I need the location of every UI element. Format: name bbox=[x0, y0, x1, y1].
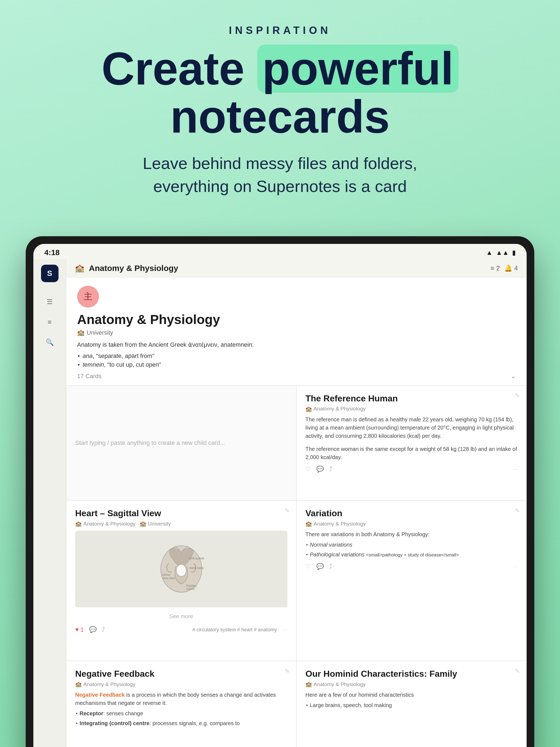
negative-feedback-meta: 🏫 Anatomy & Physiology bbox=[75, 681, 287, 687]
reference-human-more-icon[interactable]: ··· bbox=[513, 466, 518, 473]
reference-human-title: The Reference Human bbox=[305, 393, 518, 404]
hominid-bullet-1: Large brains, speech, tool making bbox=[310, 701, 518, 709]
variation-meta: 🏫 Anatomy & Physiology bbox=[305, 521, 518, 527]
heart-icon2: 🏫 bbox=[140, 521, 146, 527]
negative-feedback-card: ✎ Negative Feedback 🏫 Anatomy & Physiolo… bbox=[66, 661, 297, 747]
svg-text:muscle: muscle bbox=[186, 587, 195, 590]
card-header: 主 Anatomy & Physiology 🏫 University Anat… bbox=[66, 278, 527, 386]
cards-count: 17 Cards ⌄ bbox=[77, 373, 516, 380]
heart-card-share-icon[interactable]: ⤴ bbox=[102, 626, 105, 633]
heart-card-comment-icon[interactable]: 💬 bbox=[89, 626, 97, 633]
heart-meta1-text: Anatomy & Physiology bbox=[83, 521, 135, 527]
heart-card-edit-icon[interactable]: ✎ bbox=[285, 507, 289, 514]
heart-likes-count: 1 bbox=[80, 626, 84, 633]
negative-feedback-title: Negative Feedback bbox=[75, 669, 287, 679]
new-card-placeholder: Start typing / paste anything to create … bbox=[75, 439, 225, 446]
wifi-icon: ▲ bbox=[486, 249, 493, 256]
sidebar-logo[interactable]: S bbox=[41, 265, 58, 282]
variation-comment-icon[interactable]: 💬 bbox=[316, 563, 324, 570]
negative-feedback-edit-icon[interactable]: ✎ bbox=[285, 668, 289, 675]
card-bullet-list: ana, "separate, apart from" temnein, "to… bbox=[77, 353, 516, 368]
hominid-title: Our Hominid Characteristics: Family bbox=[305, 669, 518, 679]
card-area: 主 Anatomy & Physiology 🏫 University Anat… bbox=[66, 278, 527, 747]
variation-edit-icon[interactable]: ✎ bbox=[515, 507, 520, 514]
svg-text:Aortic valve: Aortic valve bbox=[189, 567, 204, 570]
topbar-filter-badge[interactable]: ≡ 2 bbox=[490, 264, 500, 272]
inspiration-label: INSPIRATION bbox=[0, 25, 560, 36]
svg-text:Left auricle: Left auricle bbox=[189, 557, 204, 560]
sidebar-icon-list[interactable]: ≡ bbox=[44, 316, 56, 328]
card-description: Anatomy is taken from the Ancient Greek … bbox=[77, 340, 516, 349]
menu-icon: ☰ bbox=[47, 298, 53, 306]
bullet-1-em: ana bbox=[82, 353, 93, 359]
reference-human-heart-icon[interactable]: ♡ bbox=[305, 466, 311, 473]
topbar-card-icon: 🏫 bbox=[75, 264, 84, 273]
negative-feedback-icon: 🏫 bbox=[75, 681, 82, 687]
heart-card-more-icon[interactable]: ··· bbox=[282, 626, 287, 633]
topbar-bell[interactable]: 🔔 4 bbox=[504, 264, 518, 272]
headline-start: Create bbox=[101, 43, 257, 94]
reference-human-card: ✎ The Reference Human 🏫 Anatomy & Physio… bbox=[297, 386, 527, 500]
heart-meta1: 🏫 Anatomy & Physiology bbox=[75, 521, 135, 527]
ref-icon: 🏫 bbox=[305, 406, 312, 412]
ref-meta-text: Anatomy & Physiology bbox=[314, 406, 365, 412]
variation-icon: 🏫 bbox=[305, 521, 312, 527]
avatar-icon: 主 bbox=[84, 291, 93, 303]
tablet-wrapper: 4:18 ▲ ▲▲ ▮ S ☰ ≡ bbox=[0, 236, 560, 747]
negative-feedback-body: Negative Feedback is a process in which … bbox=[75, 691, 287, 707]
reference-human-body1: The reference man is defined as a health… bbox=[305, 415, 518, 440]
logo-letter: S bbox=[47, 269, 52, 278]
headline-end: notecards bbox=[170, 91, 390, 143]
reference-human-actions: ♡ 💬 ⤴ ··· bbox=[305, 466, 518, 473]
reference-human-comment-icon[interactable]: 💬 bbox=[316, 466, 324, 473]
status-time: 4:18 bbox=[44, 248, 59, 257]
svg-text:Papillary: Papillary bbox=[186, 584, 197, 587]
reference-human-edit-icon[interactable]: ✎ bbox=[515, 392, 520, 400]
hominid-icon: 🏫 bbox=[305, 681, 312, 687]
negative-feedback-term: Negative Feedback bbox=[75, 692, 125, 698]
signal-icon: ▲▲ bbox=[496, 249, 509, 256]
variation-actions: ♡ 💬 ⤴ ··· bbox=[305, 563, 518, 570]
variation-share-icon[interactable]: ⤴ bbox=[329, 563, 332, 570]
negative-feedback-bullet-2: Integrating (control) centre: processes … bbox=[80, 719, 287, 727]
tablet-frame: 4:18 ▲ ▲▲ ▮ S ☰ ≡ bbox=[26, 236, 534, 747]
svg-text:vena cava: vena cava bbox=[162, 577, 175, 579]
bullet-1: ana, "separate, apart from" bbox=[82, 353, 516, 360]
svg-point-1 bbox=[176, 564, 186, 576]
variation-title: Variation bbox=[305, 508, 518, 518]
see-more-label[interactable]: See more bbox=[75, 611, 287, 622]
variation-heart-icon[interactable]: ♡ bbox=[305, 563, 311, 570]
hominid-edit-icon[interactable]: ✎ bbox=[515, 668, 520, 675]
expand-icon[interactable]: ⌄ bbox=[511, 373, 516, 380]
hero-section: INSPIRATION Create powerful notecards Le… bbox=[0, 0, 560, 236]
new-card-input-area[interactable]: Start typing / paste anything to create … bbox=[66, 386, 297, 500]
negative-feedback-list: Receptor: senses change Integrating (con… bbox=[75, 709, 287, 727]
university-icon: 🏫 bbox=[77, 329, 84, 336]
hominid-intro: Here are a few of our hominid characteri… bbox=[305, 691, 518, 699]
reference-human-left-actions: ♡ 💬 ⤴ bbox=[305, 466, 332, 473]
status-bar: 4:18 ▲ ▲▲ ▮ bbox=[33, 244, 527, 259]
university-label: University bbox=[87, 329, 113, 336]
reference-human-share-icon[interactable]: ⤴ bbox=[329, 466, 332, 473]
heart-diagram: Left auricle Inferior vena cava Aortic v… bbox=[75, 531, 287, 607]
hominid-list: Large brains, speech, tool making bbox=[305, 701, 518, 709]
hominid-meta: 🏫 Anatomy & Physiology bbox=[305, 681, 518, 687]
negative-feedback-meta-item: 🏫 Anatomy & Physiology bbox=[75, 681, 135, 687]
heart-card-actions: ♥ 1 💬 ⤴ # circulatory system # heart # a… bbox=[75, 626, 287, 633]
variation-bullet-1: Normal variations bbox=[310, 541, 518, 549]
hominid-meta-text: Anatomy & Physiology bbox=[314, 681, 365, 687]
variation-meta-item: 🏫 Anatomy & Physiology bbox=[305, 521, 365, 527]
topbar-title: Anatomy & Physiology bbox=[89, 264, 486, 273]
heart-card-like-icon[interactable]: ♥ 1 bbox=[75, 626, 84, 633]
search-icon: 🔍 bbox=[46, 338, 54, 346]
top-bar: 🏫 Anatomy & Physiology ≡ 2 🔔 4 bbox=[66, 259, 527, 278]
subtitle-line2: everything on Supernotes is a card bbox=[153, 177, 407, 196]
reference-human-meta: 🏫 Anatomy & Physiology bbox=[305, 406, 518, 412]
app-layout: S ☰ ≡ 🔍 🏫 bbox=[33, 259, 527, 747]
heart-meta2-text: University bbox=[148, 521, 171, 527]
variation-more-icon[interactable]: ··· bbox=[513, 563, 518, 570]
sidebar-icon-search[interactable]: 🔍 bbox=[44, 336, 56, 349]
hominid-card: ✎ Our Hominid Characteristics: Family 🏫 … bbox=[297, 661, 527, 747]
sidebar-icon-menu[interactable]: ☰ bbox=[44, 296, 56, 308]
battery-icon: ▮ bbox=[512, 249, 516, 256]
